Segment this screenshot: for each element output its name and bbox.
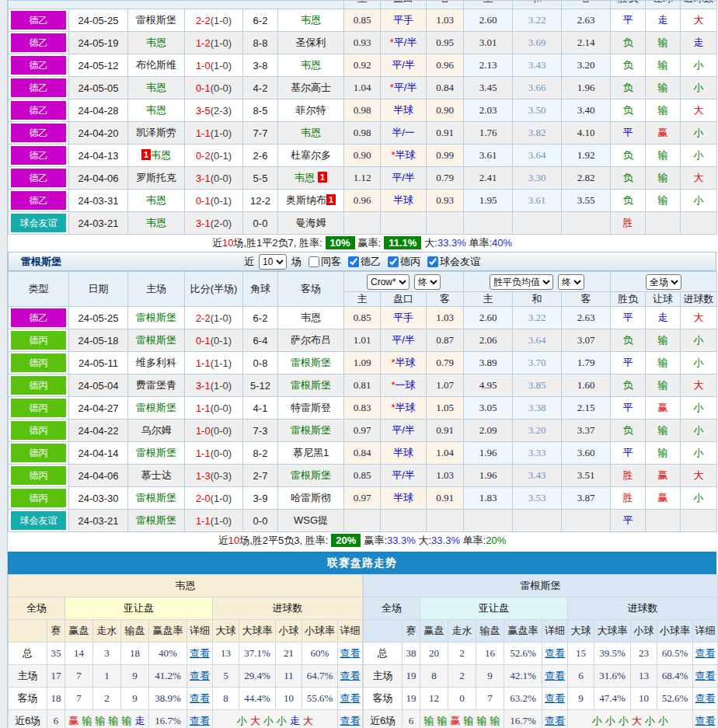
home-team[interactable]: 布伦斯维 — [128, 54, 185, 77]
stat-cell: 8 — [213, 688, 239, 710]
view-details-link[interactable]: 查看 — [695, 647, 716, 659]
result-token: 负 — [623, 334, 633, 346]
away-team[interactable]: 韦恩 — [278, 54, 344, 77]
stat-value: 10 — [639, 692, 649, 704]
home-team[interactable]: 雷根斯堡 — [128, 9, 185, 32]
result-token: 平 — [623, 447, 633, 458]
match-date: 24-05-18 — [69, 329, 128, 352]
view-details-link[interactable]: 查看 — [695, 715, 716, 726]
home-team[interactable]: 雷根斯堡 — [128, 510, 185, 532]
home-team[interactable]: 雷根斯堡 — [128, 442, 185, 465]
view-details-link[interactable]: 查看 — [340, 670, 361, 681]
home-team[interactable]: 费雷堡青 — [128, 374, 185, 397]
stat-cell: 查看 — [338, 710, 363, 728]
same-venue-checkbox[interactable] — [308, 256, 319, 267]
result-token: 小 — [694, 149, 704, 161]
stat-cell: 29.4% — [239, 665, 276, 688]
view-details-link[interactable]: 查看 — [545, 692, 565, 704]
result-winloss: 胜 — [611, 465, 646, 487]
friendly-checkbox[interactable] — [427, 256, 438, 267]
result-token: 小 — [694, 334, 704, 346]
away-team[interactable]: 慕尼黑1 — [278, 442, 344, 465]
home-team[interactable]: 韦恩 — [128, 190, 185, 212]
away-team[interactable]: 韦恩 — [278, 122, 344, 145]
view-details-link[interactable]: 查看 — [545, 647, 565, 659]
away-team[interactable]: 韦恩 — [278, 9, 344, 32]
asian-away-odds — [427, 212, 464, 235]
away-team[interactable]: 雷根斯堡 — [278, 352, 344, 374]
team-name: 哈雷斯彻 — [291, 492, 331, 503]
trend-panel-warm: 韦恩全场亚让盘进球数赛赢盘走水输盘赢盘率详细大球大球率小球小球率详细总35143… — [8, 574, 363, 728]
home-team[interactable]: 雷根斯堡 — [128, 487, 185, 510]
recent-games-count: 6 — [403, 710, 420, 728]
view-details-link[interactable]: 查看 — [695, 692, 716, 704]
euro-type-select[interactable]: 胜平负均值 — [490, 274, 553, 290]
full-score: 0-1 — [196, 195, 211, 207]
row-label: 近6场 — [9, 710, 47, 728]
view-details-link[interactable]: 查看 — [340, 647, 361, 659]
recent-count-select[interactable]: 10 — [259, 254, 287, 270]
stat-cell: 47.4% — [594, 688, 631, 710]
asian-time-select[interactable]: 终 — [414, 274, 441, 290]
handicap-result-token: 输 — [477, 715, 487, 726]
away-team[interactable]: 杜塞尔多 — [278, 145, 344, 167]
home-team[interactable]: 1韦恩 — [128, 145, 185, 167]
summary-text: 赢率: — [364, 535, 387, 546]
home-team[interactable]: 凯泽斯劳 — [128, 122, 185, 145]
home-team[interactable]: 罗斯托克 — [128, 167, 185, 190]
view-details-link[interactable]: 查看 — [695, 670, 716, 681]
result-token: 输 — [658, 149, 668, 161]
stat-cell: 63.2% — [504, 688, 542, 710]
away-team[interactable]: 曼海姆 — [278, 212, 344, 235]
away-team[interactable]: 雷根斯堡 — [278, 374, 344, 397]
away-team[interactable]: 韦恩 — [278, 307, 344, 329]
away-team[interactable]: 雷根斯堡 — [278, 420, 344, 442]
result-handicap: 输 — [646, 442, 681, 465]
away-team[interactable]: 萨尔布吕 — [278, 329, 344, 352]
home-team[interactable]: 韦恩 — [128, 32, 185, 54]
view-details-link[interactable]: 查看 — [190, 715, 210, 726]
odds-company-select[interactable]: Crow* — [367, 274, 410, 290]
league3-checkbox[interactable] — [388, 256, 399, 267]
full-score: 1-0 — [196, 425, 211, 437]
home-team[interactable]: 雷根斯堡 — [128, 329, 185, 352]
view-details-link[interactable]: 查看 — [190, 692, 210, 704]
away-team[interactable]: 雷根斯堡 — [278, 465, 344, 487]
euro-draw-odds: 3.85 — [513, 374, 562, 397]
view-details-link[interactable]: 查看 — [340, 692, 361, 704]
away-team[interactable]: 特雷斯登 — [278, 397, 344, 420]
view-details-link[interactable]: 查看 — [190, 647, 210, 659]
home-team[interactable]: 乌尔姆 — [128, 420, 185, 442]
result-token: 输 — [658, 447, 668, 458]
view-details-link[interactable]: 查看 — [190, 670, 210, 681]
result-winloss: 平 — [611, 352, 646, 374]
away-team[interactable]: WSG提 — [278, 510, 344, 532]
score-halfscore: 1-1(0-0) — [185, 397, 243, 420]
away-team[interactable]: 菲尔特 — [278, 99, 344, 122]
home-team[interactable]: 韦恩 — [128, 212, 185, 235]
home-team[interactable]: 慕士达 — [128, 465, 185, 487]
scope-select[interactable]: 全场 — [646, 274, 681, 290]
euro-draw-odds: 3.50 — [513, 99, 562, 122]
asian-away-odds: 0.87 — [427, 329, 464, 352]
league2-checkbox[interactable] — [348, 256, 359, 267]
view-details-link[interactable]: 查看 — [545, 715, 565, 726]
home-team[interactable]: 韦恩 — [128, 77, 185, 99]
home-team[interactable]: 维多利科 — [128, 352, 185, 374]
stat-cell: 39.5% — [594, 643, 631, 665]
home-team[interactable]: 雷根斯堡 — [128, 397, 185, 420]
home-team[interactable]: 雷根斯堡 — [128, 307, 185, 329]
euro-time-select[interactable]: 终 — [558, 274, 584, 290]
home-team[interactable]: 韦恩 — [128, 99, 185, 122]
view-details-link[interactable]: 查看 — [545, 670, 565, 681]
result-goals: 小 — [681, 77, 717, 99]
away-team[interactable]: 基尔高士 — [278, 77, 344, 99]
away-team[interactable]: 圣保利 — [278, 32, 344, 54]
away-team[interactable]: 韦恩1 — [278, 167, 344, 190]
away-team[interactable]: 奥斯纳布1 — [278, 190, 344, 212]
away-team[interactable]: 哈雷斯彻 — [278, 487, 344, 510]
stat-cell: 9 — [121, 688, 149, 710]
trend-col-9: 小球 — [631, 620, 657, 643]
result-winloss: 负 — [611, 190, 646, 212]
view-details-link[interactable]: 查看 — [340, 715, 361, 726]
